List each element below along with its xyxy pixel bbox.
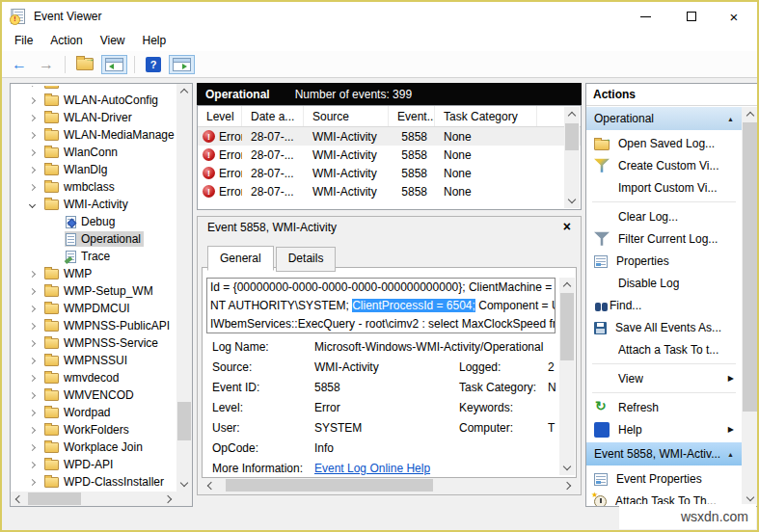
expand-chevron-icon[interactable] xyxy=(29,426,36,433)
expand-chevron-icon[interactable] xyxy=(29,374,36,381)
tree-item[interactable]: WLAN-MediaManage xyxy=(11,126,176,144)
tree-item[interactable]: Operational xyxy=(11,230,176,248)
menu-view[interactable]: View xyxy=(92,31,134,51)
scroll-up-icon[interactable] xyxy=(176,84,192,98)
expand-chevron-icon[interactable] xyxy=(29,461,36,467)
tab-general[interactable]: General xyxy=(207,246,274,271)
event-log-online-help-link[interactable]: Event Log Online Help xyxy=(314,459,430,477)
expand-chevron-icon[interactable] xyxy=(29,339,36,346)
event-row[interactable]: Error 28-07-... WMI-Activity 5858 None xyxy=(198,127,581,146)
scrollbar-thumb[interactable] xyxy=(177,402,191,440)
action-item[interactable]: Open Saved Log... xyxy=(586,132,742,154)
actions-vertical-scrollbar[interactable] xyxy=(742,107,758,506)
tree-item[interactable]: WorkFolders xyxy=(11,421,176,439)
column-source[interactable]: Source xyxy=(304,106,389,126)
tree-item[interactable]: wmbclass xyxy=(11,178,176,196)
action-item[interactable]: Event Properties xyxy=(586,467,742,490)
action-item[interactable] xyxy=(586,199,742,205)
scroll-up-icon[interactable] xyxy=(559,278,575,292)
back-button[interactable]: ← xyxy=(8,54,31,75)
tree-item[interactable]: Wordpad xyxy=(11,404,176,421)
scroll-down-icon[interactable] xyxy=(176,477,192,492)
expand-chevron-icon[interactable] xyxy=(29,287,36,294)
show-action-pane-button[interactable] xyxy=(169,55,195,74)
action-item[interactable]: Refresh xyxy=(586,396,742,418)
tree-item[interactable]: WLAN-AutoConfig xyxy=(11,92,176,109)
scroll-down-icon[interactable] xyxy=(564,194,580,208)
actions-section-operational[interactable]: Operational ▲ xyxy=(586,107,742,130)
expand-chevron-icon[interactable] xyxy=(29,391,36,398)
expand-chevron-icon[interactable] xyxy=(29,148,36,155)
event-row[interactable]: Error 28-07-... WMI-Activity 5858 None xyxy=(198,146,581,164)
tree-item[interactable]: Trace xyxy=(11,248,176,265)
menu-action[interactable]: Action xyxy=(41,31,91,51)
scroll-right-icon[interactable] xyxy=(561,478,576,492)
expand-chevron-icon[interactable] xyxy=(29,96,36,103)
action-item[interactable]: Find... xyxy=(586,294,742,316)
tree-item[interactable]: WMPNSSUI xyxy=(11,352,176,369)
action-item[interactable]: View ▶ xyxy=(586,367,742,389)
expand-chevron-icon[interactable] xyxy=(29,183,36,190)
expand-chevron-icon[interactable] xyxy=(29,114,36,120)
preview-close-icon[interactable]: × xyxy=(563,219,571,234)
action-item[interactable]: Create Custom Vi... xyxy=(586,154,742,176)
action-item[interactable]: Attach a Task To t... xyxy=(586,338,742,360)
tree-item[interactable]: Workplace Join xyxy=(11,439,176,456)
menu-file[interactable]: File xyxy=(6,31,41,51)
column-event-id[interactable]: Event... xyxy=(389,106,435,126)
scrollbar-thumb[interactable] xyxy=(226,479,433,492)
scrollbar-thumb[interactable] xyxy=(560,293,574,360)
tree-item[interactable]: WMPNSS-Service xyxy=(11,334,176,352)
collapse-icon[interactable]: ▲ xyxy=(727,116,734,122)
tree-item[interactable]: WlanDlg xyxy=(11,161,176,178)
tree-item[interactable]: WMVENCOD xyxy=(11,386,176,404)
maximize-button[interactable] xyxy=(676,2,707,31)
tree-item[interactable]: wmvdecod xyxy=(11,369,176,386)
action-item[interactable]: Save All Events As... xyxy=(586,316,742,338)
tree-item[interactable]: WMI-Activity xyxy=(11,196,176,213)
action-item[interactable]: Filter Current Log... xyxy=(586,227,742,250)
tree-item[interactable]: WPD-ClassInstaller xyxy=(11,473,176,491)
collapse-icon[interactable]: ▲ xyxy=(727,451,734,458)
expand-chevron-icon[interactable] xyxy=(29,478,36,485)
expand-chevron-icon[interactable] xyxy=(29,270,36,277)
expand-chevron-icon[interactable] xyxy=(29,166,36,173)
minimize-button[interactable] xyxy=(630,2,661,31)
tree-vertical-scrollbar[interactable] xyxy=(176,84,192,492)
tree-horizontal-scrollbar[interactable] xyxy=(11,492,176,506)
expand-chevron-icon[interactable] xyxy=(29,305,36,311)
action-item[interactable]: Help ▶ xyxy=(586,418,742,440)
expand-chevron-icon[interactable] xyxy=(29,409,36,415)
menu-help[interactable]: Help xyxy=(134,31,176,51)
tree-item[interactable]: WMP-Setup_WM xyxy=(11,282,176,300)
column-date[interactable]: Date a... xyxy=(242,106,304,126)
scrollbar-thumb[interactable] xyxy=(28,492,81,505)
tree-item[interactable]: Debug xyxy=(11,213,176,230)
event-description[interactable]: Id = {00000000-0000-0000-0000-0000000000… xyxy=(206,278,556,333)
action-item[interactable] xyxy=(586,360,742,367)
scroll-right-icon[interactable] xyxy=(162,492,176,506)
preview-vertical-scrollbar[interactable] xyxy=(559,278,575,475)
expand-chevron-icon[interactable] xyxy=(29,443,36,450)
tree-item[interactable]: WlanConn xyxy=(11,144,176,161)
expand-chevron-icon[interactable] xyxy=(29,86,36,87)
expand-chevron-icon[interactable] xyxy=(29,322,36,329)
expand-chevron-icon[interactable] xyxy=(29,357,36,363)
action-item[interactable]: Disable Log xyxy=(586,272,742,294)
close-button[interactable]: × xyxy=(718,2,749,31)
open-saved-log-button[interactable] xyxy=(72,55,97,73)
scroll-left-icon[interactable] xyxy=(11,492,25,506)
expand-chevron-icon[interactable] xyxy=(29,131,36,138)
scroll-down-icon[interactable] xyxy=(559,461,575,475)
forward-button[interactable]: → xyxy=(35,54,58,75)
scrollbar-thumb[interactable] xyxy=(565,123,579,150)
action-item[interactable]: Import Custom Vi... xyxy=(586,176,742,199)
help-button[interactable]: ? xyxy=(142,54,165,75)
column-level[interactable]: Level xyxy=(198,106,242,126)
scroll-up-icon[interactable] xyxy=(564,107,580,121)
tree-item[interactable]: WLAN-Driver xyxy=(11,109,176,126)
preview-horizontal-scrollbar[interactable] xyxy=(203,478,576,492)
action-item[interactable]: Clear Log... xyxy=(586,205,742,227)
tree-item[interactable]: WMPNSS-PublicAPI xyxy=(11,317,176,334)
action-item[interactable]: Properties xyxy=(586,250,742,272)
